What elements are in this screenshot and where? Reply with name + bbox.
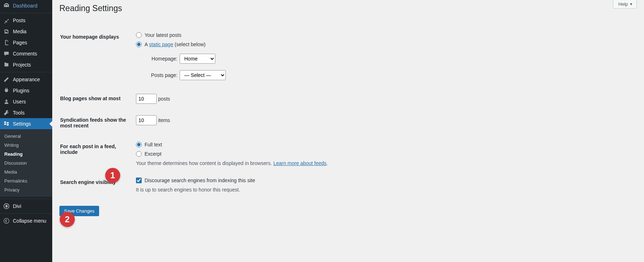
submenu-item-privacy[interactable]: Privacy — [0, 185, 52, 194]
media-icon — [3, 28, 10, 35]
radio-full-text[interactable] — [136, 142, 142, 147]
chevron-down-icon: ▼ — [629, 2, 633, 6]
sidebar-item-plugins[interactable]: Plugins — [0, 85, 52, 96]
radio-full-text-label: Full text — [145, 142, 162, 147]
plugins-icon — [3, 87, 10, 94]
svg-rect-0 — [4, 121, 6, 123]
sidebar-item-label: Dashboard — [13, 3, 38, 9]
pin-icon — [3, 17, 10, 24]
svg-rect-1 — [4, 123, 6, 125]
submenu-item-writing[interactable]: Writing — [0, 141, 52, 150]
annotation-1: 1 — [105, 168, 120, 183]
submenu-item-permalinks[interactable]: Permalinks — [0, 176, 52, 185]
users-icon — [3, 98, 10, 105]
sidebar-item-label: Projects — [13, 62, 31, 68]
comments-icon — [3, 50, 10, 57]
collapse-icon — [3, 217, 10, 224]
submenu-item-general[interactable]: General — [0, 132, 52, 141]
help-label: Help — [618, 1, 628, 7]
static-page-link[interactable]: static page — [149, 42, 173, 47]
radio-static-page[interactable] — [136, 42, 142, 47]
sidebar-item-label: Plugins — [13, 88, 29, 93]
svg-rect-2 — [7, 122, 9, 123]
radio-excerpt-label: Excerpt — [145, 151, 161, 157]
svg-point-5 — [4, 218, 9, 223]
help-tab[interactable]: Help ▼ — [613, 0, 637, 9]
checkbox-discourage-label: Discourage search engines from indexing … — [145, 178, 255, 183]
homepage-select-label: Homepage: — [142, 56, 177, 62]
projects-icon — [3, 61, 10, 68]
sidebar-item-label: Settings — [13, 121, 31, 127]
blog-pages-label: Blog pages show at most — [60, 88, 132, 109]
sidebar-item-pages[interactable]: Pages — [0, 37, 52, 48]
blog-pages-suffix: posts — [158, 96, 170, 102]
sidebar-item-divi[interactable]: Divi — [0, 200, 52, 212]
feed-desc-pre: Your theme determines how content is dis… — [136, 160, 273, 166]
sidebar-item-label: Comments — [13, 51, 37, 57]
sidebar-item-label: Users — [13, 99, 26, 105]
feed-include-label: For each post in a feed, include — [60, 136, 132, 171]
sidebar-item-tools[interactable]: Tools — [0, 107, 52, 118]
pages-icon — [3, 39, 10, 46]
admin-sidebar: Dashboard Posts Media Pages Comments Pro… — [0, 0, 52, 262]
sidebar-item-dashboard[interactable]: Dashboard — [0, 0, 52, 11]
submenu-item-discussion[interactable]: Discussion — [0, 159, 52, 168]
sidebar-item-appearance[interactable]: Appearance — [0, 74, 52, 85]
tools-icon — [3, 109, 10, 116]
sidebar-item-label: Appearance — [13, 77, 40, 82]
blog-pages-input[interactable] — [136, 94, 157, 104]
syndication-label: Syndication feeds show the most recent — [60, 110, 132, 136]
sidebar-item-label: Collapse menu — [13, 218, 46, 224]
radio-latest-posts-label: Your latest posts — [145, 32, 181, 38]
settings-icon — [3, 120, 10, 127]
appearance-icon — [3, 76, 10, 83]
sidebar-item-label: Divi — [13, 203, 21, 209]
submenu-item-media[interactable]: Media — [0, 168, 52, 176]
settings-submenu: General Writing Reading Discussion Media… — [0, 129, 52, 197]
svg-rect-3 — [7, 124, 9, 125]
feed-include-desc: Your theme determines how content is dis… — [136, 160, 633, 166]
annotation-2: 2 — [60, 212, 75, 227]
visibility-desc: It is up to search engines to honor this… — [136, 187, 633, 193]
sidebar-item-projects[interactable]: Projects — [0, 59, 52, 70]
postspage-select-label: Posts page: — [142, 72, 177, 78]
homepage-label: Your homepage displays — [60, 27, 132, 88]
sidebar-item-users[interactable]: Users — [0, 96, 52, 107]
sidebar-item-collapse[interactable]: Collapse menu — [0, 215, 52, 226]
homepage-select[interactable]: Home — [180, 54, 215, 64]
settings-form: Your homepage displays Your latest posts… — [59, 26, 637, 199]
divi-icon — [3, 203, 10, 210]
sidebar-item-label: Media — [13, 29, 26, 34]
sidebar-item-label: Tools — [13, 110, 25, 116]
syndication-input[interactable] — [136, 115, 157, 125]
submenu-item-reading[interactable]: Reading — [0, 150, 52, 159]
sidebar-item-posts[interactable]: Posts — [0, 15, 52, 26]
sidebar-item-comments[interactable]: Comments — [0, 48, 52, 59]
sidebar-item-media[interactable]: Media — [0, 26, 52, 37]
radio-latest-posts[interactable] — [136, 32, 142, 38]
feed-desc-post: . — [327, 160, 328, 166]
sidebar-item-label: Posts — [13, 18, 25, 23]
static-page-post: (select below) — [173, 42, 205, 47]
syndication-suffix: items — [158, 117, 170, 123]
visibility-label: Search engine visibility — [60, 172, 132, 198]
dashboard-icon — [3, 2, 10, 9]
main-content: Help ▼ Reading Settings Your homepage di… — [52, 0, 644, 262]
checkbox-discourage[interactable] — [136, 178, 142, 183]
radio-static-page-label: A static page (select below) — [145, 42, 205, 47]
sidebar-item-settings[interactable]: Settings — [0, 118, 52, 129]
postspage-select[interactable]: — Select — — [180, 70, 226, 80]
page-title: Reading Settings — [59, 0, 637, 15]
learn-more-feeds-link[interactable]: Learn more about feeds — [273, 160, 327, 166]
sidebar-item-label: Pages — [13, 40, 27, 45]
static-page-pre: A — [145, 42, 149, 47]
radio-excerpt[interactable] — [136, 151, 142, 157]
